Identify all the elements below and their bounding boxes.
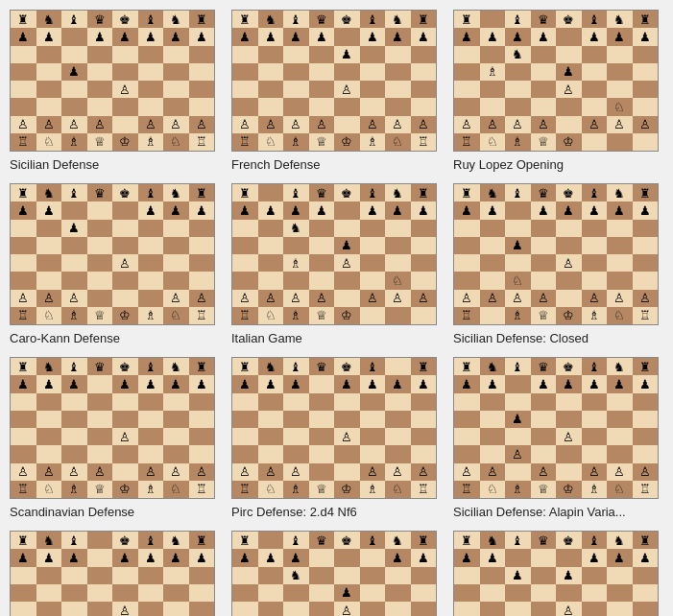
- board-square[interactable]: ♙: [87, 116, 113, 133]
- board-square[interactable]: [385, 567, 411, 584]
- board-square[interactable]: [309, 375, 335, 392]
- board-square[interactable]: ♙: [454, 290, 480, 307]
- board-square[interactable]: ♙: [36, 116, 62, 133]
- board-square[interactable]: ♙: [582, 463, 608, 481]
- board-square[interactable]: ♟: [36, 549, 62, 566]
- board-square[interactable]: ♗: [505, 481, 531, 498]
- board-square[interactable]: [505, 393, 531, 411]
- board-square[interactable]: [138, 220, 164, 237]
- board-square[interactable]: [633, 220, 659, 237]
- board-square[interactable]: [556, 237, 582, 254]
- board-square[interactable]: ♟: [531, 201, 557, 219]
- board-square[interactable]: [360, 220, 386, 237]
- board-square[interactable]: ♟: [582, 201, 608, 219]
- board-square[interactable]: [480, 237, 506, 254]
- board-square[interactable]: ♜: [189, 358, 215, 375]
- board-square[interactable]: [360, 254, 386, 272]
- board-square[interactable]: ♟: [385, 201, 411, 219]
- board-square[interactable]: [334, 567, 360, 584]
- board-square[interactable]: [11, 602, 36, 616]
- board-square[interactable]: [360, 567, 386, 584]
- board-square[interactable]: ♜: [454, 11, 480, 28]
- board-square[interactable]: ♝: [61, 184, 87, 201]
- board-square[interactable]: [283, 272, 309, 289]
- board-square[interactable]: [480, 393, 506, 411]
- board-square[interactable]: [87, 584, 113, 602]
- board-square[interactable]: [480, 46, 506, 63]
- board-square[interactable]: ♙: [163, 290, 189, 307]
- board-square[interactable]: [334, 445, 360, 462]
- board-square[interactable]: [531, 46, 557, 63]
- board-square[interactable]: [385, 428, 411, 445]
- board-square[interactable]: [385, 393, 411, 411]
- board-square[interactable]: ♙: [36, 290, 62, 307]
- board-square[interactable]: [61, 28, 87, 45]
- board-square[interactable]: ♗: [138, 481, 164, 498]
- board-square[interactable]: ♗: [360, 133, 386, 151]
- board-square[interactable]: ♘: [258, 481, 284, 498]
- board-square[interactable]: [633, 98, 659, 115]
- board-square[interactable]: [11, 393, 36, 411]
- board-square[interactable]: [163, 584, 189, 602]
- board-square[interactable]: ♟: [112, 28, 138, 45]
- board-square[interactable]: [36, 46, 62, 63]
- board-square[interactable]: ♟: [454, 375, 480, 392]
- board-square[interactable]: [283, 411, 309, 428]
- board-square[interactable]: ♗: [505, 307, 531, 324]
- board-square[interactable]: [633, 428, 659, 445]
- board-square[interactable]: ♙: [385, 463, 411, 481]
- board-square[interactable]: ♞: [385, 11, 411, 28]
- board-square[interactable]: [87, 98, 113, 115]
- board-square[interactable]: [411, 445, 437, 462]
- board-square[interactable]: [582, 584, 608, 602]
- board-square[interactable]: [258, 46, 284, 63]
- board-square[interactable]: ♙: [232, 290, 258, 307]
- board-square[interactable]: [309, 272, 335, 289]
- board-square[interactable]: ♟: [385, 375, 411, 392]
- board-square[interactable]: ♝: [283, 184, 309, 201]
- board-square[interactable]: ♞: [385, 184, 411, 201]
- board-square[interactable]: [283, 237, 309, 254]
- board-square[interactable]: [360, 445, 386, 462]
- board-square[interactable]: [258, 532, 284, 549]
- board-square[interactable]: ♗: [582, 307, 608, 324]
- board-square[interactable]: ♟: [11, 28, 36, 45]
- board-square[interactable]: [112, 272, 138, 289]
- board-square[interactable]: [360, 307, 386, 324]
- board-square[interactable]: ♙: [309, 290, 335, 307]
- board-square[interactable]: [582, 272, 608, 289]
- board-square[interactable]: [411, 307, 437, 324]
- board-square[interactable]: [309, 63, 335, 81]
- board-square[interactable]: [138, 237, 164, 254]
- board-square[interactable]: [87, 290, 113, 307]
- board-square[interactable]: ♗: [283, 133, 309, 151]
- board-square[interactable]: ♚: [334, 358, 360, 375]
- board-square[interactable]: [480, 254, 506, 272]
- board-square[interactable]: [385, 81, 411, 98]
- board-square[interactable]: [87, 254, 113, 272]
- board-square[interactable]: [505, 254, 531, 272]
- board-square[interactable]: [582, 133, 608, 151]
- board-square[interactable]: [36, 220, 62, 237]
- board-square[interactable]: [87, 220, 113, 237]
- board-square[interactable]: [607, 584, 633, 602]
- board-square[interactable]: ♟: [163, 375, 189, 392]
- board-square[interactable]: ♙: [360, 116, 386, 133]
- board-square[interactable]: ♞: [385, 532, 411, 549]
- board-square[interactable]: [582, 220, 608, 237]
- opening-item[interactable]: ♜♞♝♚♝♞♜♟♟♟♟♟♟♟♙♙♙♙♙♙♙♙♖♘♗♕♔♗♘♖: [4, 525, 226, 616]
- opening-item[interactable]: ♜♝♛♚♝♞♜♟♟♟♟♟♟♟♞♟♗♙♘♙♙♙♙♙♙♙♖♘♗♕♔Italian G…: [226, 178, 447, 351]
- board-square[interactable]: [607, 445, 633, 462]
- board-square[interactable]: [411, 411, 437, 428]
- board-square[interactable]: [87, 567, 113, 584]
- board-square[interactable]: [607, 81, 633, 98]
- board-square[interactable]: ♙: [556, 81, 582, 98]
- board-square[interactable]: [480, 307, 506, 324]
- board-square[interactable]: [454, 81, 480, 98]
- board-square[interactable]: [189, 272, 215, 289]
- board-square[interactable]: [360, 272, 386, 289]
- board-square[interactable]: ♛: [531, 184, 557, 201]
- opening-item[interactable]: ♜♞♝♛♚♝♞♜♟♟♟♟♟♟♙♙♙♙♙♙♖♘♗♕♔♗♘♖Caro-Kann De…: [4, 178, 226, 351]
- board-square[interactable]: ♚: [112, 358, 138, 375]
- board-square[interactable]: ♟: [360, 201, 386, 219]
